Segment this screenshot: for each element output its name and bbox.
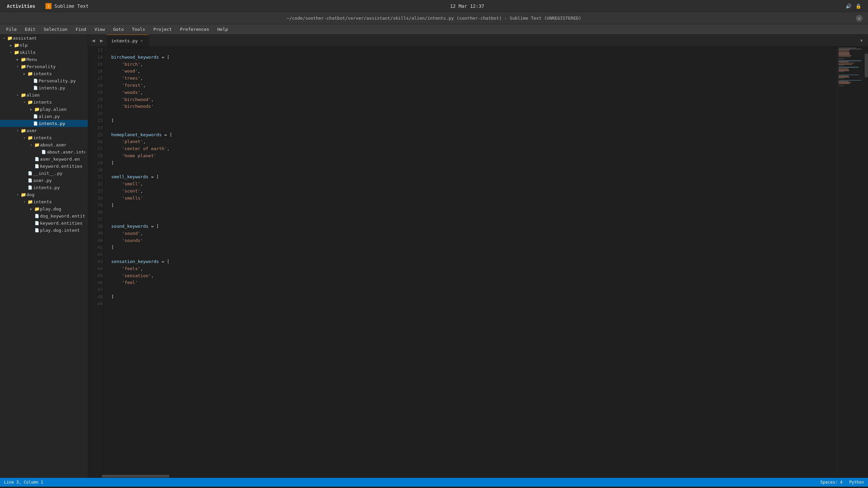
code-line-22 — [111, 110, 832, 117]
menu-view[interactable]: View — [91, 25, 108, 33]
sidebar-item-asmr-py[interactable]: 📄 asmr.py — [0, 177, 88, 184]
sidebar-label: dog_keyword.entit — [40, 214, 85, 219]
menu-preferences[interactable]: Preferences — [177, 25, 213, 33]
tab-close-button[interactable]: ✕ — [140, 38, 143, 44]
menu-find[interactable]: Find — [72, 25, 90, 33]
code-line-33: 'scent', — [111, 188, 832, 195]
sidebar-item-play-dog-intent[interactable]: 📄 play.dog.intent — [0, 227, 88, 234]
status-bar: Line 3, Column 1 Spaces: 4 Python — [0, 478, 868, 487]
sidebar-item-assistant[interactable]: ▾ 📁 assistant — [0, 35, 88, 42]
file-icon: 📄 — [27, 171, 33, 176]
menu-help[interactable]: Help — [214, 25, 231, 33]
sidebar-label: about.asmr — [40, 142, 66, 147]
code-line-41: ] — [111, 244, 832, 251]
minimap-line — [839, 83, 849, 84]
sidebar-label: keyword.entities — [40, 221, 82, 226]
sidebar-item-play-dog[interactable]: ▶ 📁 play.dog — [0, 205, 88, 212]
arrow-icon: ▾ — [8, 50, 14, 54]
sidebar-item-intents-py-personality[interactable]: 📄 intents.py — [0, 84, 88, 92]
menu-bar: File Edit Selection Find View Goto Tools… — [0, 24, 868, 35]
line-num-18: 18 — [92, 82, 103, 89]
menu-goto[interactable]: Goto — [110, 25, 127, 33]
system-tray: 🔊 🔒 — [846, 3, 861, 9]
code-line-43: sensation_keywords = [ — [111, 258, 832, 265]
code-line-30 — [111, 167, 832, 174]
sidebar-item-intents-alien[interactable]: ▾ 📁 intents — [0, 99, 88, 106]
minimap[interactable] — [837, 47, 868, 474]
line-num-37: 37 — [92, 216, 103, 223]
sidebar-item-play-alien[interactable]: ▶ 📁 play.alien — [0, 106, 88, 113]
close-button[interactable]: ✕ — [856, 15, 863, 22]
code-line-46: 'feel' — [111, 279, 832, 286]
code-line-15: 'birch', — [111, 61, 832, 68]
sidebar-item-dog[interactable]: ▾ 📁 dog — [0, 191, 88, 198]
tab-scroll-right[interactable]: ▶ — [98, 37, 105, 44]
code-line-13 — [111, 47, 832, 54]
code-area[interactable]: birchwood_keywords = [ 'birch', 'wood', … — [106, 47, 837, 474]
sidebar-item-alien-py[interactable]: 📄 alien.py — [0, 113, 88, 120]
line-num-45: 45 — [92, 272, 103, 280]
scrollbar-thumb[interactable] — [102, 475, 170, 477]
arrow-icon: ▶ — [22, 72, 27, 76]
sidebar-item-intents-asmr[interactable]: ▾ 📁 intents — [0, 134, 88, 141]
code-line-19: 'woods', — [111, 89, 832, 96]
line-num-20: 20 — [92, 96, 103, 103]
code-line-14: birchwood_keywords = [ — [111, 54, 832, 61]
sidebar-item-intents-personality[interactable]: ▶ 📁 intents — [0, 70, 88, 77]
menu-project[interactable]: Project — [150, 25, 175, 33]
sidebar-item-asmr[interactable]: ▾ 📁 asmr — [0, 127, 88, 134]
menu-file[interactable]: File — [3, 25, 20, 33]
line-num-47: 47 — [92, 286, 103, 293]
sidebar-item-intents-dog[interactable]: ▾ 📁 intents — [0, 198, 88, 205]
sidebar-item-dog-keyword[interactable]: 📄 dog_keyword.entit — [0, 212, 88, 220]
sidebar-item-intents-py-alien[interactable]: 📄 intents.py — [0, 120, 88, 127]
sidebar-item-alien[interactable]: ▾ 📁 alien — [0, 92, 88, 99]
sidebar-label: play.dog — [40, 206, 61, 211]
folder-icon: 📁 — [7, 36, 13, 41]
sidebar-label: Personality.py — [39, 78, 76, 83]
activities-label[interactable]: Activities — [7, 3, 35, 9]
file-icon: 📄 — [34, 214, 40, 218]
horizontal-scrollbar[interactable] — [88, 474, 868, 478]
minimap-line — [839, 67, 859, 68]
code-line-38: sound_keywords = [ — [111, 223, 832, 230]
sidebar-item-personality-py[interactable]: 📄 Personality.py — [0, 77, 88, 84]
file-icon: 📄 — [33, 79, 39, 83]
sidebar-item-about-asmr-intent[interactable]: 📄 about.asmr.intent — [0, 148, 88, 156]
minimap-line — [839, 56, 851, 57]
menu-edit[interactable]: Edit — [21, 25, 39, 33]
sidebar-item-menu[interactable]: ▶ 📁 Menu — [0, 56, 88, 63]
line-num-26: 26 — [92, 138, 103, 145]
tab-intents-py[interactable]: intents.py ✕ — [106, 35, 149, 46]
sidebar-item-init-py[interactable]: 📄 __init__.py — [0, 170, 88, 177]
sidebar-item-asmr-keyword[interactable]: 📄 asmr_keyword.en — [0, 156, 88, 163]
sidebar-item-keyword-entities[interactable]: 📄 keyword.entities — [0, 163, 88, 170]
arrow-icon: ▾ — [15, 65, 20, 68]
app-name-bar: S Sublime Text — [45, 3, 88, 9]
folder-icon: 📁 — [27, 135, 33, 140]
folder-icon: 📁 — [14, 43, 20, 48]
sidebar-item-about-asmr[interactable]: ▾ 📁 about.asmr — [0, 141, 88, 148]
folder-icon: 📁 — [20, 64, 26, 69]
line-num-14: 14 — [92, 54, 103, 61]
sidebar-label: alien — [26, 93, 40, 98]
sidebar-item-intents-py-asmr[interactable]: 📄 intents.py — [0, 184, 88, 191]
tab-scroll-left[interactable]: ◀ — [90, 37, 97, 44]
sidebar-item-personality[interactable]: ▾ 📁 Personality — [0, 63, 88, 70]
menu-tools[interactable]: Tools — [129, 25, 149, 33]
sidebar-item-skills[interactable]: ▾ 📁 skills — [0, 49, 88, 56]
code-line-20: 'birchwood', — [111, 96, 832, 103]
sidebar[interactable]: ▾ 📁 assistant ▶ 📁 nlp ▾ 📁 skills ▶ 📁 Men… — [0, 35, 88, 478]
sidebar-item-keyword-entities-dog[interactable]: 📄 keyword.entities — [0, 220, 88, 227]
minimap-scrollbar[interactable] — [865, 54, 868, 77]
editor-content[interactable]: 13 14 15 16 17 18 19 20 21 22 23 24 25 2… — [88, 47, 868, 474]
menu-selection[interactable]: Selection — [40, 25, 71, 33]
folder-icon: 📁 — [14, 50, 20, 55]
sidebar-label: intents — [33, 100, 52, 105]
sidebar-item-nlp[interactable]: ▶ 📁 nlp — [0, 42, 88, 49]
line-num-46: 46 — [92, 279, 103, 286]
code-line-48: ] — [111, 293, 832, 301]
line-num-49: 49 — [92, 301, 103, 308]
tab-dropdown-button[interactable]: ▼ — [858, 37, 865, 44]
line-num-19: 19 — [92, 89, 103, 96]
